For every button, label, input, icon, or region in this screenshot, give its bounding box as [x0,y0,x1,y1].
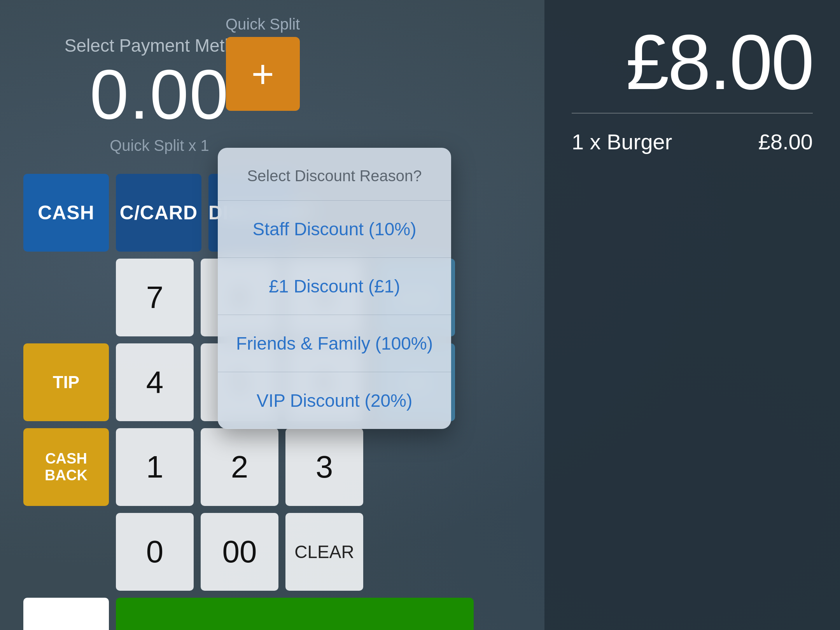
plus-icon: + [251,54,274,93]
discount-option-2[interactable]: £1 Discount (£1) [218,258,451,315]
key-0[interactable]: 0 [116,513,194,591]
quick-split-button[interactable]: + [226,37,300,111]
key-00[interactable]: 00 [201,513,278,591]
discount-option-3[interactable]: Friends & Family (100%) [218,315,451,372]
numpad-left: TIP CASH BACK [23,259,109,591]
discount-option-4[interactable]: VIP Discount (20%) [218,372,451,429]
tip-button[interactable]: TIP [23,343,109,421]
discount-popup: Select Discount Reason? Staff Discount (… [218,148,451,429]
order-item-row: 1 x Burger £8.00 [572,129,813,154]
order-item-price: £8.00 [758,129,813,154]
quick-split-section: Quick Split + [226,16,300,111]
cancel-button[interactable]: CANCEL [23,598,109,630]
quick-split-title: Quick Split [226,16,300,33]
key-1[interactable]: 1 [116,428,194,506]
discount-option-1[interactable]: Staff Discount (10%) [218,201,451,257]
key-4[interactable]: 4 [116,343,194,421]
page-container: £8.00 1 x Burger £8.00 Quick Split + Sel… [0,0,840,630]
order-panel: £8.00 1 x Burger £8.00 [544,0,840,630]
order-divider [572,113,813,114]
ccard-button[interactable]: C/CARD [116,174,201,252]
key-2[interactable]: 2 [201,428,278,506]
bottom-buttons: CANCEL ADD PAYMENT [23,598,474,630]
order-item-name: 1 x Burger [572,129,672,154]
key-7[interactable]: 7 [116,259,194,336]
order-total: £8.00 [572,23,813,101]
cashback-button[interactable]: CASH BACK [23,428,109,506]
clear-button[interactable]: CLEAR [285,513,363,591]
add-payment-button[interactable]: ADD PAYMENT [116,598,474,630]
cash-button[interactable]: CASH [23,174,109,252]
key-3[interactable]: 3 [285,428,363,506]
discount-popup-header: Select Discount Reason? [218,148,451,200]
